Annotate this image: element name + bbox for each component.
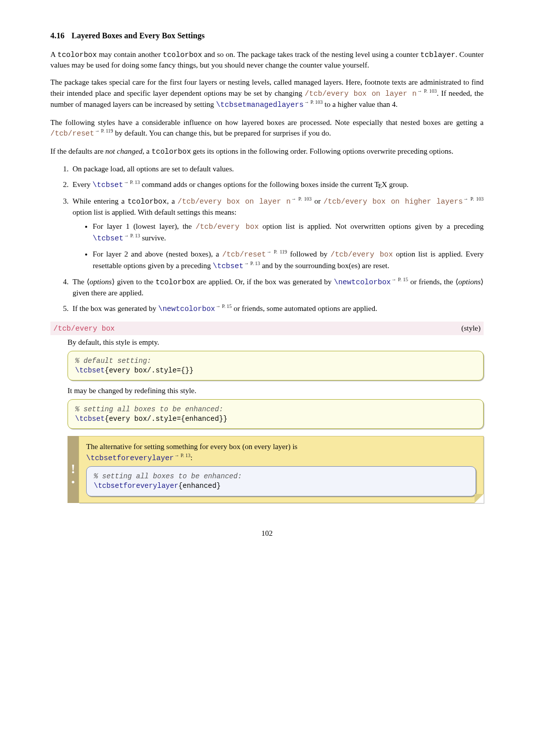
cmd-tcbset[interactable]: \tcbset — [93, 181, 123, 189]
cmd-tcbsetforeverylayer[interactable]: \tcbsetforeverylayer — [86, 454, 174, 462]
paragraph-4: If the defaults are not changed, a tcolo… — [50, 146, 484, 157]
cmd-tcbset[interactable]: \tcbset — [93, 234, 123, 242]
list-item: While entering a tcolorbox, a /tcb/every… — [71, 196, 484, 271]
code-tcolorbox: tcolorbox — [152, 148, 191, 156]
key-doc-body: By default, this style is empty. % defau… — [68, 337, 484, 503]
section-number: 4.16 — [50, 31, 64, 40]
list-item: If the box was generated by \newtcolorbo… — [71, 303, 484, 314]
cmd-newtcolorbox[interactable]: \newtcolorbox — [158, 305, 215, 313]
ordered-list: On package load, all options are set to … — [50, 164, 484, 314]
list-item: The ⟨options⟩ given to the tcolorbox are… — [71, 276, 484, 298]
key-tcb-reset[interactable]: /tcb/reset — [222, 250, 266, 259]
code-box: % default setting: \tcbset{every box/.st… — [68, 351, 484, 381]
list-item: For layer 2 and above (nested boxes), a … — [93, 248, 484, 271]
page-ref[interactable]: → P. 15 — [391, 277, 408, 282]
cmd-tcbsetmanagedlayers[interactable]: \tcbsetmanagedlayers — [216, 101, 304, 109]
key-mid: It may be changed by redefining this sty… — [68, 386, 484, 396]
paragraph-1: A tcolorbox may contain another tcolorbo… — [50, 49, 484, 71]
page-ref[interactable]: → P. 15 — [216, 303, 232, 309]
code-tcolorbox: tcolorbox — [57, 51, 97, 59]
key-tcb-reset[interactable]: /tcb/reset — [50, 130, 94, 138]
code-comment: % default setting: — [75, 357, 151, 365]
note-body: The alternative for setting something fo… — [79, 436, 484, 503]
key-doc-header: /tcb/every box (style) — [50, 322, 484, 336]
exclamation-icon: ! — [71, 465, 76, 473]
code-comment: % setting all boxes to be enhanced: — [75, 405, 223, 413]
code-rest: {every box/.style={}} — [105, 366, 193, 374]
page-ref[interactable]: → P. 13 — [124, 233, 140, 238]
page-fold-icon — [475, 494, 484, 503]
key-intro: By default, this style is empty. — [68, 337, 484, 347]
code-rest: {every box/.style={enhanced}} — [105, 415, 228, 423]
note-text: The alternative for setting something fo… — [86, 442, 476, 463]
key-every-box-on-higher-layers[interactable]: /tcb/every box on higher layers — [323, 198, 463, 206]
code-cmd: \tcbset — [75, 366, 105, 374]
page-ref[interactable]: → P. 119 — [266, 249, 287, 255]
cmd-tcbset[interactable]: \tcbset — [213, 262, 243, 270]
paragraph-3: The following styles have a considerable… — [50, 117, 484, 139]
code-tcolorbox: tcolorbox — [127, 198, 167, 206]
cmd-newtcolorbox[interactable]: \newtcolorbox — [334, 278, 391, 286]
key-tcb-every-box[interactable]: /tcb/every box — [330, 250, 393, 259]
code-tcolorbox: tcolorbox — [156, 278, 195, 286]
code-cmd: \tcbset — [75, 415, 105, 423]
section-heading: 4.16Layered Boxes and Every Box Settings — [50, 30, 484, 41]
key-name: /tcb/every box — [53, 324, 115, 334]
code-cmd: \tcbsetforeverylayer — [94, 482, 178, 490]
code-comment: % setting all boxes to be enhanced: — [94, 472, 242, 480]
page-ref[interactable]: → P. 13 — [174, 453, 190, 458]
page-ref[interactable]: → P. 13 — [244, 261, 260, 266]
list-item: On package load, all options are set to … — [71, 164, 484, 174]
code-box: % setting all boxes to be enhanced: \tcb… — [86, 466, 476, 496]
paragraph-2: The package takes special care for the f… — [50, 77, 484, 110]
exclamation-dot-icon — [72, 481, 75, 483]
key-tcb-every-box[interactable]: /tcb/every box — [195, 223, 259, 231]
page-ref[interactable]: → P. 13 — [124, 179, 140, 185]
note-sidebar: ! — [68, 436, 79, 503]
page-ref[interactable]: → P. 103 — [417, 88, 437, 94]
page-ref[interactable]: → P. 103 — [463, 196, 484, 202]
list-item: For layer 1 (lowest layer), the /tcb/eve… — [93, 221, 484, 243]
page-ref[interactable]: → P. 103 — [304, 99, 323, 105]
page-ref[interactable]: → P. 103 — [291, 196, 311, 202]
key-type: (style) — [461, 323, 481, 333]
section-title: Layered Boxes and Every Box Settings — [72, 31, 205, 40]
note-box: ! The alternative for setting something … — [68, 436, 484, 503]
page-ref[interactable]: → P. 119 — [95, 128, 113, 134]
tex-logo: TEX — [374, 180, 387, 188]
key-every-box-on-layer-n[interactable]: /tcb/every box on layer n — [305, 90, 417, 98]
bullet-list: For layer 1 (lowest layer), the /tcb/eve… — [73, 221, 484, 271]
code-box: % setting all boxes to be enhanced: \tcb… — [68, 399, 484, 429]
list-item: Every \tcbset→ P. 13 command adds or cha… — [71, 179, 484, 191]
code-tcolorbox: tcolorbox — [163, 51, 202, 59]
code-rest: {enhanced} — [178, 482, 221, 490]
key-every-box-on-layer-n[interactable]: /tcb/every box on layer n — [178, 198, 291, 206]
page-number: 102 — [50, 528, 484, 538]
code-tcblayer: tcblayer — [420, 51, 455, 59]
